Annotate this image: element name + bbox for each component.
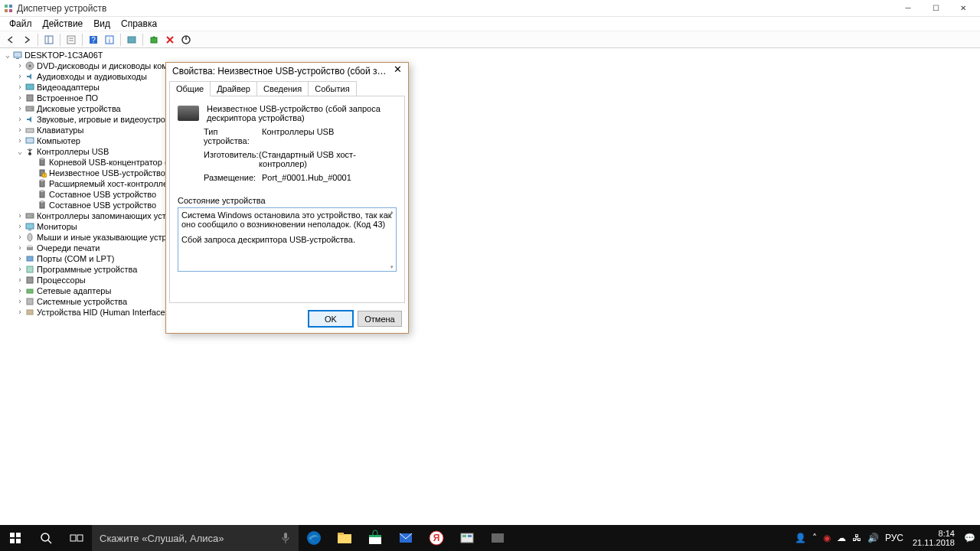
svg-point-43 <box>31 215 33 217</box>
tab-events[interactable]: События <box>308 81 356 96</box>
expand-icon[interactable]: › <box>15 232 24 243</box>
expand-icon[interactable]: › <box>15 221 24 232</box>
app-edge[interactable] <box>299 525 329 551</box>
update-driver-button[interactable] <box>146 32 162 47</box>
cortana-search-box[interactable]: Скажите «Слушай, Алиса» <box>92 525 299 551</box>
action-center-icon[interactable]: 💬 <box>964 533 975 543</box>
tree-item[interactable]: ›Мыши и иные указывающие устрой <box>15 232 977 243</box>
maximize-button[interactable]: ☐ <box>922 0 949 17</box>
menu-action[interactable]: Действие <box>38 17 88 31</box>
menu-view[interactable]: Вид <box>89 17 115 31</box>
tree-item[interactable]: ›Аудиовходы и аудиовыходы <box>15 71 977 82</box>
tree-item[interactable]: ›Контроллеры запоминающих устрой <box>15 210 977 221</box>
app-mail[interactable] <box>390 525 421 551</box>
app-devmgr[interactable] <box>452 525 482 551</box>
tree-item[interactable]: ›Видеоадаптеры <box>15 82 977 93</box>
svg-rect-48 <box>28 245 32 247</box>
device-category-icon <box>24 125 35 135</box>
tray-app-icon[interactable]: ◉ <box>823 533 831 543</box>
app-store[interactable] <box>360 525 390 551</box>
tree-item[interactable]: ›Системные устройства <box>15 296 977 307</box>
dialog-close-button[interactable]: ✕ <box>387 64 407 79</box>
app-yandex[interactable]: Я <box>421 525 452 551</box>
tree-item[interactable]: ›Порты (COM и LPT) <box>15 253 977 264</box>
expand-icon[interactable]: › <box>15 210 24 221</box>
tree-root[interactable]: ⌄ DESKTOP-1C3A06T <box>3 50 977 60</box>
status-line1: Система Windows остановила это устройств… <box>181 210 393 229</box>
device-tree[interactable]: ⌄ DESKTOP-1C3A06T ›DVD-дисководы и диско… <box>0 48 980 525</box>
scrollbar[interactable]: ▴▾ <box>389 209 395 270</box>
close-button[interactable]: ✕ <box>949 0 977 17</box>
tree-item[interactable]: ›Процессоры <box>15 275 977 285</box>
microphone-icon[interactable] <box>280 531 291 545</box>
svg-rect-63 <box>284 533 287 539</box>
scan-button[interactable] <box>124 32 139 47</box>
people-icon[interactable]: 👤 <box>795 533 806 543</box>
back-button[interactable] <box>3 32 18 47</box>
device-icon <box>178 106 199 121</box>
expand-icon[interactable]: › <box>15 285 24 296</box>
app-other[interactable] <box>482 525 513 551</box>
tree-item[interactable]: ›Компьютер <box>15 135 977 146</box>
dialog-titlebar[interactable]: Свойства: Неизвестное USB-устройство (сб… <box>166 63 408 80</box>
tree-item[interactable]: ⌄Контроллеры USB <box>15 146 977 157</box>
device-category-icon <box>24 210 35 221</box>
tree-item[interactable]: ›Очереди печати <box>15 243 977 253</box>
expand-icon[interactable]: › <box>15 275 24 285</box>
expand-icon[interactable]: › <box>15 103 24 114</box>
expand-icon[interactable]: › <box>15 253 24 264</box>
collapse-icon[interactable]: ⌄ <box>3 50 12 60</box>
tree-item[interactable]: ›Мониторы <box>15 221 977 232</box>
task-view-button[interactable] <box>61 525 92 551</box>
onedrive-icon[interactable]: ☁ <box>837 533 846 543</box>
collapse-icon[interactable]: ⌄ <box>15 146 24 157</box>
tree-item[interactable]: ›DVD-дисководы и дисководы компа <box>15 60 977 71</box>
help-button[interactable]: ? <box>86 32 101 47</box>
language-indicator[interactable]: РУС <box>885 533 903 543</box>
minimize-button[interactable]: ─ <box>894 0 922 17</box>
expand-icon[interactable]: › <box>15 243 24 253</box>
menu-help[interactable]: Справка <box>116 17 162 31</box>
expand-icon[interactable]: › <box>15 71 24 82</box>
volume-icon[interactable]: 🔊 <box>867 533 879 543</box>
tree-item[interactable]: ›Дисковые устройства <box>15 103 977 114</box>
network-icon[interactable]: 🖧 <box>852 533 861 543</box>
search-icon-button[interactable] <box>31 525 61 551</box>
properties-button[interactable] <box>64 32 79 47</box>
tab-general[interactable]: Общие <box>169 81 211 96</box>
expand-icon[interactable]: › <box>15 114 24 125</box>
expand-icon[interactable]: › <box>15 60 24 71</box>
start-button[interactable] <box>0 525 31 551</box>
uninstall-button[interactable] <box>162 32 178 47</box>
tree-item[interactable]: ›Встроенное ПО <box>15 93 977 103</box>
app-icon <box>3 3 14 14</box>
tree-item[interactable]: ›Устройства HID (Human Interface Dev <box>15 307 977 318</box>
expand-icon[interactable]: › <box>15 296 24 307</box>
expand-icon[interactable]: › <box>15 125 24 135</box>
clock[interactable]: 8:14 21.11.2018 <box>910 529 958 547</box>
forward-button[interactable] <box>19 32 34 47</box>
expand-icon[interactable]: › <box>15 264 24 275</box>
tab-details[interactable]: Сведения <box>256 81 309 96</box>
svg-rect-40 <box>40 202 44 208</box>
action-button[interactable]: i <box>102 32 117 47</box>
menu-file[interactable]: Файл <box>5 17 37 31</box>
expand-icon[interactable]: › <box>15 82 24 93</box>
tray-chevron-icon[interactable]: ˄ <box>812 533 817 543</box>
svg-rect-56 <box>16 533 21 537</box>
cancel-button[interactable]: Отмена <box>358 311 402 327</box>
tree-item-label: Очереди печати <box>37 243 100 253</box>
app-explorer[interactable] <box>329 525 360 551</box>
tree-item[interactable]: ›Клавиатуры <box>15 125 977 135</box>
tree-item[interactable]: ›Звуковые, игровые и видеоустройств <box>15 114 977 125</box>
expand-icon[interactable]: › <box>15 93 24 103</box>
tab-driver[interactable]: Драйвер <box>210 81 257 96</box>
status-textbox[interactable]: Система Windows остановила это устройств… <box>178 207 397 272</box>
ok-button[interactable]: OK <box>309 311 353 327</box>
disable-button[interactable] <box>178 32 194 47</box>
expand-icon[interactable]: › <box>15 307 24 318</box>
tree-item[interactable]: ›Сетевые адаптеры <box>15 285 977 296</box>
tree-item[interactable]: ›Программные устройства <box>15 264 977 275</box>
show-hide-tree-button[interactable] <box>41 32 57 47</box>
expand-icon[interactable]: › <box>15 135 24 146</box>
